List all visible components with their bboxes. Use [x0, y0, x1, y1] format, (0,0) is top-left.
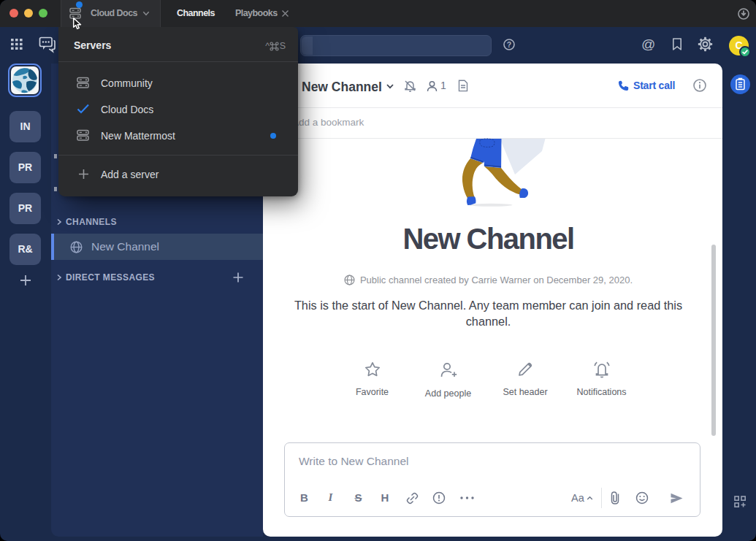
- svg-text:?: ?: [507, 39, 511, 48]
